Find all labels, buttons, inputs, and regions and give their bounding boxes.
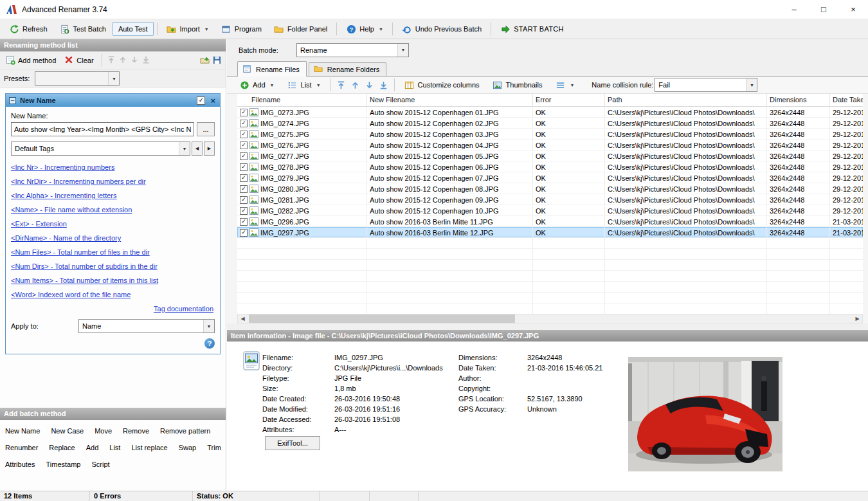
view-options-button[interactable]: ▼ [549, 77, 580, 93]
close-method-icon[interactable]: × [209, 96, 217, 105]
column-header-date-taken[interactable]: Date Taken [830, 94, 863, 106]
add-method-add[interactable]: Add [86, 444, 99, 451]
table-row[interactable]: ✓ IMG_0296.JPG Auto show 2016-03 Berlin … [237, 216, 863, 227]
row-checkbox[interactable]: ✓ [240, 163, 248, 171]
name-collision-dropdown[interactable]: Fail ▼ [655, 78, 757, 92]
row-checkbox[interactable]: ✓ [240, 152, 248, 160]
add-method-list-replace[interactable]: List replace [131, 444, 167, 451]
column-header-error[interactable]: Error [533, 94, 605, 106]
open-preset-icon[interactable] [200, 55, 210, 65]
column-header-dimensions[interactable]: Dimensions [767, 94, 830, 106]
add-method-button[interactable]: Add method [3, 53, 59, 67]
scrollbar-thumb[interactable] [249, 314, 515, 323]
move-method-up-icon[interactable] [118, 55, 128, 65]
column-header-filename[interactable]: Filename [237, 94, 367, 106]
table-row[interactable]: ✓ IMG_0277.JPG Auto show 2015-12 Copenha… [237, 150, 863, 161]
row-checkbox[interactable]: ✓ [240, 207, 248, 215]
start-batch-button[interactable]: START BATCH [494, 21, 570, 37]
move-method-bottom-icon[interactable] [141, 55, 151, 65]
add-method-replace[interactable]: Replace [49, 444, 75, 451]
tab-rename-files[interactable]: Rename Files [237, 61, 307, 77]
tag-link[interactable]: <DirName> - Name of the directory [11, 232, 215, 246]
add-method-move[interactable]: Move [95, 427, 112, 435]
save-preset-icon[interactable] [212, 55, 222, 65]
table-row[interactable]: ✓ IMG_0279.JPG Auto show 2015-12 Copenha… [237, 172, 863, 183]
table-row[interactable]: ✓ IMG_0275.JPG Auto show 2015-12 Copenha… [237, 129, 863, 140]
thumbnails-button[interactable]: Thumbnails [487, 77, 548, 93]
add-method-list[interactable]: List [109, 444, 120, 451]
batch-mode-dropdown[interactable]: Rename ▼ [296, 43, 409, 57]
move-item-down-icon[interactable] [363, 79, 376, 91]
apply-to-dropdown[interactable]: Name ▼ [78, 319, 215, 333]
program-button[interactable]: Program [215, 21, 267, 37]
add-method-trim[interactable]: Trim [207, 444, 221, 451]
column-header-path[interactable]: Path [605, 94, 767, 106]
undo-previous-batch-button[interactable]: Undo Previous Batch [396, 21, 487, 37]
tag-link[interactable]: <Ext> - Extension [11, 217, 215, 232]
row-checkbox[interactable]: ✓ [240, 174, 248, 182]
test-batch-button[interactable]: Test Batch [54, 21, 112, 37]
maximize-button[interactable]: □ [809, 0, 838, 19]
table-row[interactable]: ✓ IMG_0278.JPG Auto show 2015-12 Copenha… [237, 161, 863, 172]
add-method-script[interactable]: Script [91, 460, 109, 468]
table-row[interactable]: ✓ IMG_0297.JPG Auto show 2016-03 Berlin … [237, 227, 863, 238]
tag-category-dropdown[interactable]: Default Tags ▼ [11, 141, 190, 156]
move-method-down-icon[interactable] [130, 55, 140, 65]
row-checkbox[interactable]: ✓ [240, 141, 248, 149]
method-enabled-checkbox[interactable]: ✓ [197, 96, 205, 105]
add-method-remove[interactable]: Remove [123, 427, 149, 435]
refresh-button[interactable]: Refresh [3, 21, 53, 37]
tag-link[interactable]: <Name> - File name without extension [11, 203, 215, 217]
add-method-swap[interactable]: Swap [179, 444, 197, 451]
add-method-new-name[interactable]: New Name [5, 427, 40, 435]
move-method-top-icon[interactable] [107, 55, 116, 65]
table-row[interactable]: ✓ IMG_0282.JPG Auto show 2015-12 Copenha… [237, 205, 863, 216]
help-button[interactable]: ? Help ▼ [340, 21, 389, 37]
scroll-right-icon[interactable]: ▶ [853, 314, 862, 323]
tag-link[interactable]: <Inc Alpha> - Incrementing letters [11, 189, 215, 203]
row-checkbox[interactable]: ✓ [240, 185, 248, 193]
add-method-timestamp[interactable]: Timestamp [46, 460, 80, 468]
new-name-input[interactable] [11, 122, 194, 136]
tag-link[interactable]: <Word> Indexed word of the file name [11, 288, 215, 302]
add-files-button[interactable]: Add ▼ [233, 77, 280, 93]
collapse-panel-icon[interactable]: – [9, 97, 16, 104]
tag-link[interactable]: <Inc Nr> - Incrementing numbers [11, 161, 215, 175]
add-method-remove-pattern[interactable]: Remove pattern [160, 427, 210, 435]
exiftool-button[interactable]: ExifTool... [265, 436, 320, 450]
customize-columns-button[interactable]: Customize columns [399, 77, 485, 93]
close-button[interactable]: × [838, 0, 868, 19]
table-row[interactable]: ✓ IMG_0276.JPG Auto show 2015-12 Copenha… [237, 140, 863, 150]
row-checkbox[interactable]: ✓ [240, 109, 248, 116]
horizontal-scrollbar[interactable]: ◀ ▶ [237, 314, 863, 323]
tag-documentation-link[interactable]: Tag documentation [154, 305, 213, 313]
minimize-button[interactable]: – [779, 0, 809, 19]
tag-link[interactable]: <Num Files> - Total number of files in t… [11, 246, 215, 260]
row-checkbox[interactable]: ✓ [240, 131, 248, 138]
row-checkbox[interactable]: ✓ [240, 229, 248, 237]
row-checkbox[interactable]: ✓ [240, 120, 248, 127]
import-button[interactable]: Import ▼ [161, 21, 215, 37]
clear-methods-button[interactable]: Clear [61, 53, 96, 67]
tab-rename-folders[interactable]: Rename Folders [309, 62, 386, 76]
tag-link[interactable]: <Inc NrDir> - Incrementing numbers per d… [11, 175, 215, 189]
auto-test-toggle[interactable]: Auto Test [113, 22, 154, 36]
browse-button[interactable]: ... [197, 122, 215, 136]
list-menu-button[interactable]: List ▼ [282, 77, 327, 93]
tag-page-next-button[interactable]: ▶ [204, 141, 215, 156]
move-item-top-icon[interactable] [335, 79, 348, 91]
scrollbar-track[interactable] [248, 314, 853, 323]
folder-panel-button[interactable]: Folder Panel [268, 21, 333, 37]
table-row[interactable]: ✓ IMG_0273.JPG Auto show 2015-12 Copenha… [237, 107, 863, 118]
table-row[interactable]: ✓ IMG_0274.JPG Auto show 2015-12 Copenha… [237, 118, 863, 129]
tag-link[interactable]: <Num Dirs> - Total number of subdirs in … [11, 260, 215, 274]
add-method-renumber[interactable]: Renumber [5, 444, 38, 451]
table-row[interactable]: ✓ IMG_0280.JPG Auto show 2015-12 Copenha… [237, 183, 863, 194]
row-checkbox[interactable]: ✓ [240, 196, 248, 204]
move-item-bottom-icon[interactable] [377, 79, 390, 91]
method-help-icon[interactable]: ? [204, 338, 215, 349]
move-item-up-icon[interactable] [349, 79, 362, 91]
add-method-attributes[interactable]: Attributes [5, 460, 35, 468]
row-checkbox[interactable]: ✓ [240, 218, 248, 226]
add-method-new-case[interactable]: New Case [51, 427, 84, 435]
